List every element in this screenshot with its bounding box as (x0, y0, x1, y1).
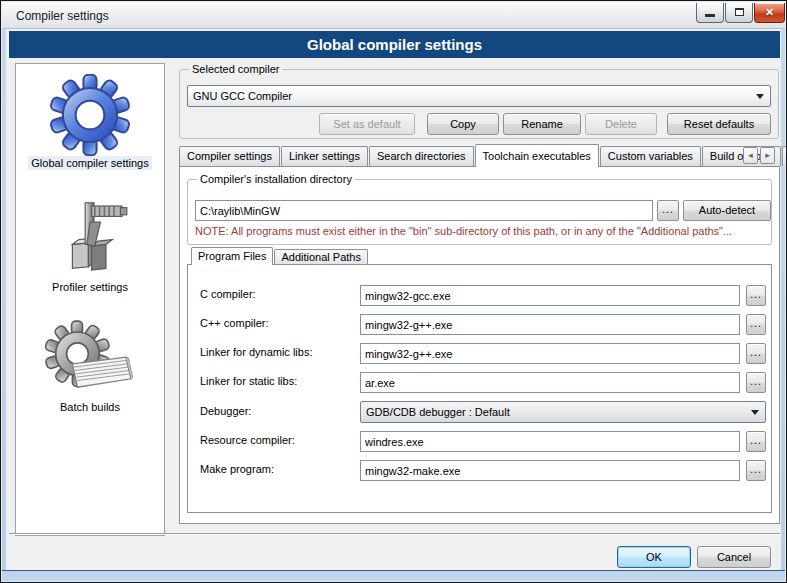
minimize-icon (705, 14, 715, 17)
cpp-compiler-browse-button[interactable]: ... (746, 314, 766, 335)
c-compiler-browse-button[interactable]: ... (746, 285, 766, 306)
copy-button[interactable]: Copy (427, 113, 499, 135)
sidebar-item-profiler-settings[interactable]: Profiler settings (49, 280, 131, 294)
scroll-right-icon: ▸ (765, 150, 770, 160)
tab-search-directories[interactable]: Search directories (369, 146, 474, 166)
tab-linker-settings[interactable]: Linker settings (281, 146, 368, 166)
cancel-button[interactable]: Cancel (697, 546, 771, 568)
cpp-compiler-label: C++ compiler: (200, 317, 268, 329)
tab-toolchain-executables[interactable]: Toolchain executables (475, 144, 599, 167)
tab-scroll-right-button[interactable]: ▸ (760, 147, 775, 164)
window-frame-right (781, 29, 785, 581)
chevron-down-icon (756, 94, 764, 99)
tab-custom-variables[interactable]: Custom variables (600, 146, 701, 166)
static-linker-browse-button[interactable]: ... (746, 372, 766, 393)
sidebar-item-global-compiler-settings[interactable]: Global compiler settings (28, 156, 151, 170)
caliper-icon[interactable] (50, 196, 130, 280)
make-program-label: Make program: (200, 463, 274, 475)
reset-defaults-button[interactable]: Reset defaults (667, 113, 771, 135)
resource-compiler-input[interactable] (360, 431, 740, 452)
resource-compiler-browse-button[interactable]: ... (746, 431, 766, 452)
rename-button[interactable]: Rename (503, 113, 581, 135)
installation-directory-note: NOTE: All programs must exist either in … (195, 225, 732, 237)
gray-gear-stack-icon[interactable] (44, 320, 136, 400)
c-compiler-label: C compiler: (200, 288, 256, 300)
sidebar-item-batch-builds[interactable]: Batch builds (57, 400, 123, 414)
cpp-compiler-input[interactable] (360, 314, 740, 335)
scroll-left-icon: ◂ (748, 150, 753, 160)
set-as-default-button[interactable]: Set as default (319, 113, 415, 135)
dynamic-linker-label: Linker for dynamic libs: (200, 346, 313, 358)
blue-gear-icon[interactable] (49, 74, 131, 156)
close-button[interactable]: ✕ (754, 3, 785, 23)
resource-compiler-label: Resource compiler: (200, 434, 295, 446)
static-linker-label: Linker for static libs: (200, 375, 297, 387)
selected-compiler-group-label: Selected compiler (189, 63, 282, 75)
maximize-icon (735, 8, 744, 16)
settings-tabstrip: Compiler settings Linker settings Search… (179, 143, 787, 166)
minimize-button[interactable] (696, 3, 724, 23)
static-linker-input[interactable] (360, 372, 740, 393)
tab-overflow-sliver (782, 146, 787, 166)
make-program-browse-button[interactable]: ... (746, 460, 766, 481)
installation-directory-browse-button[interactable]: ... (657, 200, 679, 221)
installation-directory-input[interactable] (195, 200, 653, 221)
titlebar[interactable]: Compiler settings (2, 2, 785, 29)
compiler-select[interactable]: GNU GCC Compiler (187, 85, 771, 107)
debugger-select[interactable]: GDB/CDB debugger : Default (360, 401, 766, 423)
close-icon: ✕ (765, 6, 774, 18)
c-compiler-input[interactable] (360, 285, 740, 306)
delete-button[interactable]: Delete (585, 113, 657, 135)
dynamic-linker-browse-button[interactable]: ... (746, 343, 766, 364)
auto-detect-button[interactable]: Auto-detect (683, 200, 771, 221)
compiler-select-value: GNU GCC Compiler (193, 90, 292, 102)
make-program-input[interactable] (360, 460, 740, 481)
window-frame-bottom (2, 570, 785, 581)
program-files-tabstrip: Program Files Additional Paths (191, 247, 369, 264)
installation-directory-group-label: Compiler's installation directory (197, 173, 355, 185)
chevron-down-icon (751, 410, 759, 415)
footer-separator (9, 533, 780, 535)
settings-category-list: Global compiler settings Profiler settin… (15, 63, 165, 536)
subtab-additional-paths[interactable]: Additional Paths (274, 249, 368, 264)
debugger-select-value: GDB/CDB debugger : Default (366, 406, 510, 418)
tab-compiler-settings[interactable]: Compiler settings (179, 146, 280, 166)
maximize-button[interactable] (725, 3, 753, 23)
dynamic-linker-input[interactable] (360, 343, 740, 364)
page-title: Global compiler settings (9, 31, 780, 58)
window-title: Compiler settings (16, 9, 109, 23)
compiler-settings-dialog: Compiler settings ✕ Global compiler sett… (0, 0, 787, 583)
program-files-panel: C compiler: ... C++ compiler: ... Linker… (187, 264, 772, 513)
subtab-program-files[interactable]: Program Files (191, 247, 273, 265)
tab-scroll-left-button[interactable]: ◂ (743, 147, 758, 164)
debugger-label: Debugger: (200, 405, 251, 417)
ok-button[interactable]: OK (617, 546, 691, 568)
